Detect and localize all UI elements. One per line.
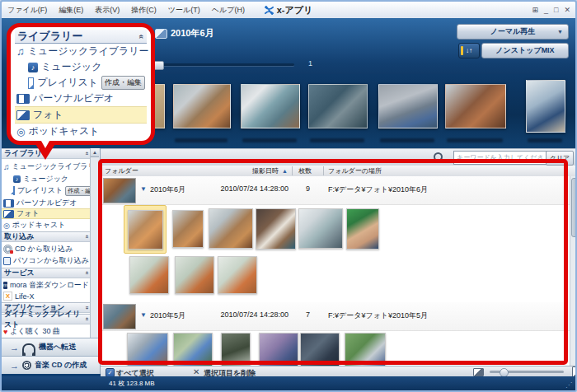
group-count: 7 (280, 310, 310, 319)
column-date[interactable]: 撮影日時 (193, 166, 279, 176)
cover-photo[interactable] (241, 84, 300, 128)
transfer-to-device-button[interactable]: → 機器へ転送 (2, 338, 100, 356)
play-mode-dropdown[interactable]: ノーマル再生 ▼ (457, 24, 569, 40)
group-thumbnail (103, 178, 136, 203)
thumbnail-size-slider[interactable] (490, 371, 564, 373)
delete-icon: ✕ (193, 367, 199, 376)
menu-edit[interactable]: 編集(E) (53, 5, 89, 16)
cover-photo[interactable] (308, 84, 368, 128)
clear-search-button[interactable]: クリア (546, 151, 574, 166)
group-count: 9 (280, 184, 310, 193)
sidebar-section-dynamic-playlist[interactable]: ダイナミックプレイリスト« (2, 314, 91, 324)
group-date: 2010/07/24 14:28:00 (199, 310, 288, 319)
sidebar-item-music[interactable]: ♪ミュージック (2, 174, 91, 184)
sidebar-item-favorites[interactable]: ♥よく聴く 30 曲 (2, 326, 91, 337)
photo-thumbnail[interactable] (298, 208, 343, 249)
cover-photo[interactable] (445, 84, 506, 128)
slider-page-number: 1 (308, 59, 312, 68)
x-appli-logo-icon (265, 6, 274, 15)
cover-photo[interactable] (173, 84, 231, 128)
photo-thumbnail[interactable] (129, 256, 169, 294)
scrollbar-thumb[interactable] (571, 178, 577, 237)
coverflow-position-slider[interactable] (152, 63, 294, 66)
sidebar-item-import-pc[interactable]: パソコンから取り込み (2, 255, 91, 266)
chevron-up-icon: « (138, 34, 147, 39)
arrow-right-icon: → (10, 361, 19, 371)
photo-thumbnail[interactable] (209, 208, 253, 249)
cd-disc-icon (22, 361, 31, 370)
annotation-callout-tail-fill (38, 135, 53, 148)
group-expand-icon[interactable]: ▼ (140, 185, 147, 193)
zoom-out-photo-icon[interactable] (473, 368, 484, 376)
sidebar-section-import[interactable]: 取り込み« (2, 231, 91, 242)
chevron-up-icon: « (82, 317, 90, 320)
search-icon[interactable] (434, 152, 442, 161)
sidebar-item-podcast[interactable]: ◎ポッドキャスト (2, 220, 91, 231)
callout-library-header: ライブラリー« (15, 30, 147, 44)
photo-thumbnail-selected[interactable] (128, 210, 163, 250)
podcast-icon: ◎ (3, 222, 10, 230)
feedback-icon[interactable]: ⊞ (532, 6, 538, 14)
photo-thumbnail[interactable] (127, 333, 168, 366)
group-expand-icon[interactable]: ▼ (140, 311, 147, 319)
column-location[interactable]: フォルダーの場所 (328, 166, 382, 176)
photo-icon (16, 110, 30, 120)
column-count[interactable]: 枚数 (298, 166, 312, 176)
chevron-up-icon: « (82, 152, 90, 155)
heart-icon: ♥ (3, 328, 7, 336)
sidebar-scrollbar[interactable]: ▲ (90, 148, 100, 338)
photo-thumbnail[interactable] (173, 333, 213, 366)
sort-order-button[interactable]: ↓↑ (458, 43, 480, 58)
menu-tools[interactable]: ツール(T) (162, 5, 206, 16)
photo-thumbnail[interactable] (259, 333, 298, 366)
list-scrollbar[interactable] (570, 176, 577, 366)
sidebar-item-lifex[interactable]: XLife-X (2, 291, 91, 301)
sidebar-item-import-cd[interactable]: CD から取り込み (2, 244, 91, 254)
photo-thumbnail[interactable] (221, 333, 251, 366)
search-input[interactable] (453, 151, 547, 165)
minimize-button[interactable]: _ (544, 6, 548, 14)
photo-list-panel: フォルダー 撮影日時 ▲ 枚数 フォルダーの場所 ▼ 2010年6月 2010/… (101, 166, 577, 366)
sidebar-section-services[interactable]: サービス« (2, 268, 91, 278)
group-location: F:¥データ¥フォト¥2010年6月 (328, 184, 428, 195)
cover-photo[interactable] (378, 84, 438, 128)
close-button[interactable]: ✕ (564, 6, 570, 14)
music-note-icon: ♫ (3, 162, 10, 171)
selected-photo-frame[interactable] (124, 205, 167, 254)
video-icon (16, 94, 30, 104)
status-bar: 41 枚 123.8 MB ⋰ (2, 376, 575, 390)
music-icon: ♪ (28, 63, 38, 72)
resize-grip[interactable]: ⋰ (565, 381, 573, 389)
menu-help[interactable]: ヘルプ(H) (206, 5, 251, 16)
group-name: 2010年6月 (150, 184, 185, 195)
current-view-title: 2010年6月 (155, 27, 214, 40)
music-icon: ♪ (13, 175, 21, 183)
sidebar-item-music-library[interactable]: ♫ミュージックライブラリー (2, 161, 91, 172)
sidebar-item-photo[interactable]: フォト (2, 208, 91, 219)
cover-photo[interactable] (526, 80, 565, 133)
group-row-may[interactable]: ▼ 2010年5月 2010/07/24 14:28:00 7 F:¥データ¥フ… (101, 302, 577, 331)
group-row-june[interactable]: ▼ 2010年6月 2010/07/24 14:28:00 9 F:¥データ¥フ… (101, 176, 577, 205)
create-music-cd-button[interactable]: → 音楽 CD の作成 (2, 356, 100, 374)
photo-thumbnail[interactable] (256, 208, 296, 250)
sidebar-item-playlist[interactable]: プレイリスト 作成・編集 (2, 185, 91, 196)
menu-view[interactable]: 表示(V) (89, 5, 125, 16)
nonstop-mix-button[interactable]: ノンストップMIX (481, 43, 569, 58)
photo-thumbnail[interactable] (172, 210, 204, 248)
maximize-button[interactable]: □ (554, 6, 558, 14)
photo-thumbnail[interactable] (218, 256, 257, 294)
annotation-library-callout: ライブラリー« ♫ミュージックライブラリー ♪ミュージック プレイリスト 作成・… (7, 23, 155, 145)
scroll-up-icon[interactable]: ▲ (91, 148, 99, 157)
column-folder[interactable]: フォルダー (105, 166, 138, 176)
playlist-icon (28, 77, 34, 89)
computer-icon (3, 257, 11, 265)
photo-thumbnail[interactable] (346, 208, 379, 250)
photo-thumbnail[interactable] (300, 333, 340, 366)
photo-thumbnail[interactable] (175, 256, 214, 294)
sidebar-item-mora[interactable]: mmora 音楽ダウンロード (2, 280, 91, 291)
photo-thumbnail[interactable] (345, 333, 386, 366)
sidebar-item-personal-video[interactable]: パーソナルビデオ (2, 198, 91, 208)
menu-file[interactable]: ファイル(F) (2, 5, 53, 16)
menu-operation[interactable]: 操作(C) (125, 5, 162, 16)
chevron-up-icon: « (82, 235, 90, 238)
